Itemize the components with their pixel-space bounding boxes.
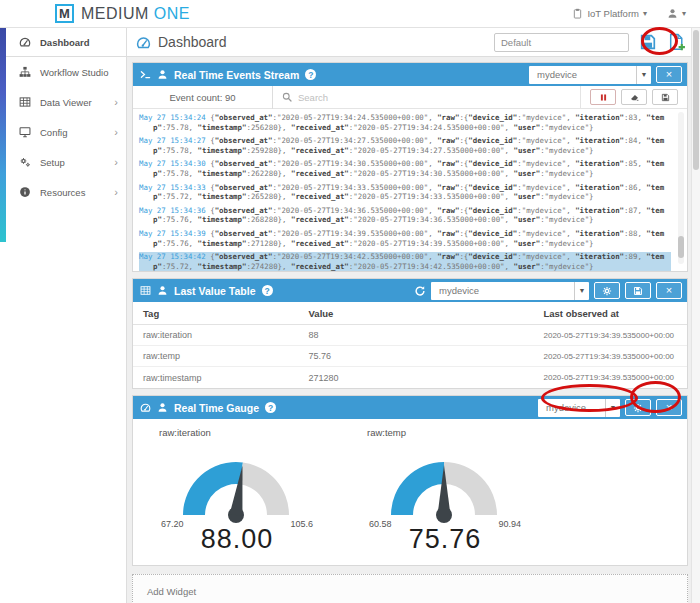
device-select[interactable]: mydevice ▼ (538, 399, 620, 417)
user-icon (157, 402, 168, 413)
gauge-min: 67.20 (161, 519, 184, 529)
panel-title: Last Value Table (174, 285, 256, 297)
search-input[interactable] (298, 92, 571, 103)
page-scrollbar[interactable] (691, 28, 700, 603)
events-log[interactable]: May 27 15:34:24 {"observed_at":"2020-05-… (133, 109, 687, 271)
cogs-icon (19, 156, 31, 168)
log-timestamp: May 27 15:34:33 (139, 183, 206, 192)
log-entry[interactable]: May 27 15:34:24 {"observed_at":"2020-05-… (139, 113, 671, 132)
chevron-right-icon: › (114, 97, 118, 108)
log-entry[interactable]: May 27 15:34:33 {"observed_at":"2020-05-… (139, 183, 671, 202)
log-scrollbar-thumb[interactable] (678, 236, 684, 258)
log-entry[interactable]: May 27 15:34:36 {"observed_at":"2020-05-… (139, 206, 671, 225)
dashboard-icon (136, 35, 151, 50)
logo-m-icon: M (55, 4, 74, 23)
chevron-right-icon: › (114, 127, 118, 138)
table-icon (140, 285, 151, 296)
close-panel-button[interactable]: × (656, 399, 682, 416)
table-header: Tag Value Last observed at (133, 302, 687, 325)
log-timestamp: May 27 15:34:39 (139, 229, 206, 238)
log-entry[interactable]: May 27 15:34:30 {"observed_at":"2020-05-… (139, 159, 671, 178)
info-icon (19, 186, 31, 198)
desktop-icon (19, 126, 31, 138)
clear-stream-button[interactable] (621, 89, 647, 105)
log-timestamp: May 27 15:34:30 (139, 159, 206, 168)
gauge-max: 105.6 (290, 519, 313, 529)
cell-value: 88 (309, 330, 544, 340)
sidebar-item-resources[interactable]: Resources › (0, 177, 126, 207)
sidebar-item-label: Data Viewer (40, 97, 92, 108)
events-toolbar: Event count: 90 (133, 86, 687, 109)
help-icon[interactable]: ? (262, 285, 273, 296)
log-timestamp: May 27 15:34:42 (139, 252, 206, 261)
caret-down-icon: ▼ (574, 282, 589, 300)
refresh-icon[interactable] (414, 285, 426, 297)
settings-button[interactable] (594, 282, 620, 299)
table-icon (19, 96, 31, 108)
event-count: Event count: 90 (133, 86, 273, 109)
platform-label: IoT Platform (587, 8, 639, 19)
gauge-label: raw:iteration (159, 427, 315, 438)
log-timestamp: May 27 15:34:27 (139, 136, 206, 145)
log-json: {"observed_at":"2020-05-27T19:34:33.5350… (153, 183, 664, 202)
medium-one-logo: M MEDIUM ONE (55, 4, 190, 23)
log-entry[interactable]: May 27 15:34:27 {"observed_at":"2020-05-… (139, 136, 671, 155)
gauge-arc (367, 439, 521, 523)
gauge-raw-iteration: raw:iteration 67.20 105.6 88.00 (159, 427, 315, 555)
add-widget-label: Add Widget (147, 586, 673, 597)
log-entry[interactable]: May 27 15:34:42 {"observed_at":"2020-05-… (139, 252, 671, 271)
user-icon (667, 8, 678, 19)
save-dashboard-icon[interactable] (639, 33, 657, 51)
sidebar-item-label: Config (40, 127, 67, 138)
page-scrollbar-thumb[interactable] (693, 30, 699, 170)
log-timestamp: May 27 15:34:24 (139, 113, 206, 122)
help-icon[interactable]: ? (305, 69, 316, 80)
gauge-min: 60.58 (369, 519, 392, 529)
platform-icon (572, 8, 583, 19)
sidebar-item-label: Dashboard (40, 37, 90, 48)
platform-menu[interactable]: IoT Platform ▾ (572, 8, 647, 19)
add-dashboard-icon[interactable] (667, 33, 686, 52)
gear-icon (633, 403, 643, 413)
sidebar-item-config[interactable]: Config › (0, 117, 126, 147)
brand-name-dark: MEDIUM (81, 5, 149, 22)
cell-tag: raw:timestamp (143, 373, 309, 383)
close-panel-button[interactable]: × (656, 282, 682, 299)
chevron-right-icon: › (114, 187, 118, 198)
log-json: {"observed_at":"2020-05-27T19:34:42.5350… (153, 252, 664, 271)
cell-value: 75.76 (309, 351, 544, 361)
save-stream-button[interactable] (652, 89, 678, 105)
table-row[interactable]: raw:temp 75.76 2020-05-27T19:34:39.53500… (133, 346, 687, 367)
brand-bar: M MEDIUM ONE IoT Platform ▾ ▾ (0, 0, 700, 28)
table-row[interactable]: raw:timestamp 271280 2020-05-27T19:34:39… (133, 367, 687, 388)
sidebar-item-dashboard[interactable]: Dashboard (0, 28, 126, 57)
gauge-arc (159, 439, 313, 523)
pause-stream-button[interactable] (590, 89, 616, 105)
close-panel-button[interactable]: × (656, 66, 682, 83)
caret-down-icon: ▾ (682, 9, 686, 18)
save-widget-button[interactable] (625, 282, 651, 299)
terminal-icon (140, 69, 151, 80)
table-row[interactable]: raw:iteration 88 2020-05-27T19:34:39.535… (133, 325, 687, 346)
brand-name-accent: ONE (154, 5, 190, 22)
log-entry[interactable]: May 27 15:34:39 {"observed_at":"2020-05-… (139, 229, 671, 248)
caret-down-icon: ▼ (636, 66, 651, 84)
help-icon[interactable]: ? (265, 402, 276, 413)
settings-button[interactable] (625, 399, 651, 416)
caret-down-icon: ▾ (643, 9, 647, 18)
user-menu[interactable]: ▾ (667, 8, 686, 19)
device-select[interactable]: mydevice ▼ (529, 66, 651, 84)
dashboard-name-input[interactable] (494, 33, 629, 52)
sidebar-item-label: Setup (40, 157, 65, 168)
gauge-raw-temp: raw:temp 60.58 90.94 75.76 (367, 427, 523, 555)
gauge-max: 90.94 (498, 519, 521, 529)
log-json: {"observed_at":"2020-05-27T19:34:30.5350… (153, 159, 664, 178)
sidebar-item-setup[interactable]: Setup › (0, 147, 126, 177)
chevron-right-icon: › (114, 157, 118, 168)
sidebar-item-workflow-studio[interactable]: Workflow Studio (0, 57, 126, 87)
sidebar-menu: Dashboard Workflow Studio Data Viewer › … (0, 28, 126, 207)
device-select[interactable]: mydevice ▼ (431, 282, 589, 300)
sidebar-item-data-viewer[interactable]: Data Viewer › (0, 87, 126, 117)
log-scrollbar[interactable] (678, 112, 684, 264)
dashboard-titlebar: Dashboard (127, 28, 700, 57)
